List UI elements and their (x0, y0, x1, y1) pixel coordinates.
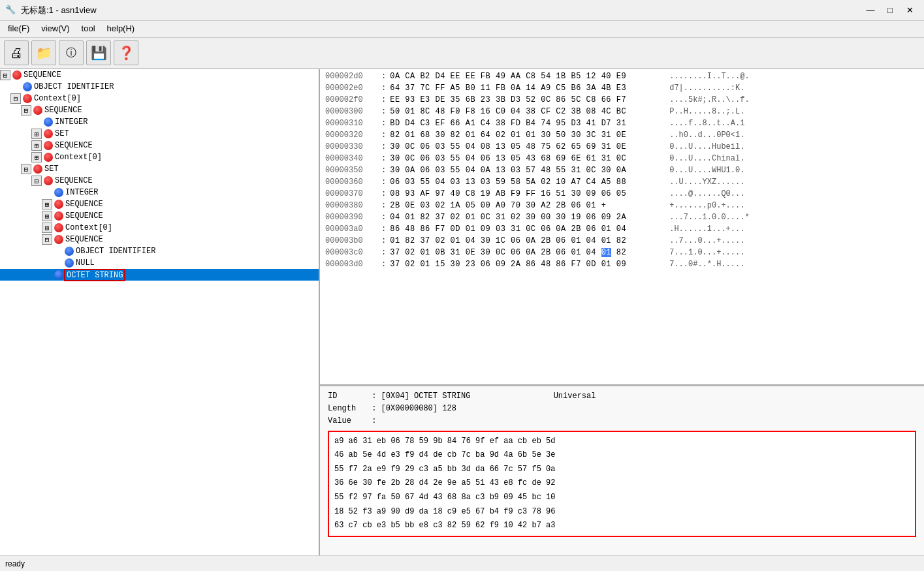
title-bar-title: 无标题:1 - asn1view (21, 5, 97, 16)
tree-expander-seq6[interactable]: ⊞ (42, 211, 52, 221)
hex-ascii: ....@......Q0... (669, 189, 744, 198)
maximize-button[interactable]: □ (881, 3, 899, 18)
tree-item-seq5[interactable]: ⊞SEQUENCE (0, 198, 319, 210)
hex-view[interactable]: 000002d0 : 0A CA B2 D4 EE EE FB 49 AA C8… (320, 69, 924, 386)
tree-icon-oid1 (23, 82, 32, 91)
hex-bytes: 37 02 01 15 30 23 06 09 2A 86 48 86 F7 0… (390, 260, 664, 269)
hex-row[interactable]: 000003a0 : 86 48 86 F7 0D 01 09 03 31 0C… (320, 223, 924, 235)
hex-ascii: ..h0..d...0P0<1. (669, 131, 744, 140)
save-button[interactable]: 💾 (86, 40, 111, 65)
value-data-line: 46 ab 5e 4d e3 f9 d4 de cb 7c ba 9d 4a 6… (334, 448, 910, 463)
menu-view[interactable]: view(V) (36, 22, 74, 36)
length-label: Length (328, 403, 367, 415)
tree-icon-oid2 (65, 247, 74, 256)
tree-icon-int1 (44, 117, 53, 127)
hex-row[interactable]: 00000300 : 50 01 8C 48 F0 F8 16 C0 04 38… (320, 106, 924, 117)
tree-item-ctx0_1[interactable]: ⊟Context[0] (0, 93, 319, 104)
value-data-line: 36 6e 30 fe 2b 28 d4 2e 9e a5 51 43 e8 f… (334, 476, 910, 491)
hex-row[interactable]: 000003d0 : 37 02 01 15 30 23 06 09 2A 86… (320, 258, 924, 270)
tree-expander-seq3[interactable]: ⊞ (31, 140, 42, 151)
hex-row[interactable]: 00000330 : 30 0C 06 03 55 04 08 13 05 48… (320, 141, 924, 153)
tree-expander-seq1[interactable]: ⊟ (0, 70, 10, 80)
hex-bytes: 30 0C 06 03 55 04 06 13 05 43 68 69 6E 6… (390, 154, 664, 163)
value-data-line: 55 f7 2a e9 f9 29 c3 a5 bb 3d da 66 7c 5… (334, 463, 910, 477)
hex-row[interactable]: 00000380 : 2B 0E 03 02 1A 05 00 A0 70 30… (320, 200, 924, 211)
tree-expander-int2[interactable] (42, 187, 52, 198)
length-colon: : (372, 404, 381, 413)
tree-panel[interactable]: ⊟SEQUENCEOBJECT IDENTIFIER⊟Context[0]⊟SE… (0, 69, 320, 555)
tree-item-seq7[interactable]: ⊟SEQUENCE (0, 234, 319, 245)
hex-row[interactable]: 000002f0 : EE 93 E3 DE 35 6B 23 3B D3 52… (320, 94, 924, 106)
tree-label-ctx0_1: Context[0] (34, 94, 81, 103)
tree-expander-ctx0_3[interactable]: ⊞ (42, 223, 52, 233)
tree-expander-int1[interactable] (31, 117, 42, 127)
tree-label-set1: SET (55, 129, 69, 138)
tree-icon-seq7 (54, 235, 63, 244)
tree-item-set1[interactable]: ⊞SET (0, 128, 319, 140)
tree-item-int1[interactable]: INTEGER (0, 116, 319, 128)
tree-item-set2[interactable]: ⊟SET (0, 163, 319, 175)
tree-item-oid2[interactable]: OBJECT IDENTIFIER (0, 245, 319, 257)
tree-expander-oid2[interactable] (52, 246, 63, 256)
info-button[interactable]: ⓘ (59, 40, 84, 65)
hex-row[interactable]: 00000320 : 82 01 68 30 82 01 64 02 01 01… (320, 129, 924, 141)
tree-label-seq5: SEQUENCE (65, 200, 103, 209)
tree-icon-seq6 (54, 211, 63, 221)
tree-item-seq1[interactable]: ⊟SEQUENCE (0, 69, 319, 81)
tree-icon-seq3 (44, 141, 53, 150)
tree-icon-seq1 (12, 70, 22, 80)
tree-item-seq4[interactable]: ⊟SEQUENCE (0, 175, 319, 187)
tree-label-null1: NULL (76, 258, 95, 268)
tree-item-ctx0_2[interactable]: ⊞Context[0] (0, 151, 319, 163)
hex-row[interactable]: 00000360 : 06 03 55 04 03 13 03 59 58 5A… (320, 176, 924, 188)
hex-addr: 00000310 (325, 119, 377, 128)
hex-bytes: BD D4 C3 EF 66 A1 C4 38 FD B4 74 95 D3 4… (390, 119, 664, 128)
tree-item-int2[interactable]: INTEGER (0, 187, 319, 198)
tree-expander-ctx0_1[interactable]: ⊟ (10, 93, 21, 104)
hex-row[interactable]: 00000340 : 30 0C 06 03 55 04 06 13 05 43… (320, 153, 924, 164)
tree-expander-seq7[interactable]: ⊟ (42, 234, 52, 245)
tree-expander-ctx0_2[interactable]: ⊞ (31, 152, 42, 162)
tree-expander-oid1[interactable] (10, 82, 21, 92)
tree-expander-octstr1[interactable] (42, 270, 52, 280)
menu-help[interactable]: help(H) (102, 22, 140, 36)
menu-tool[interactable]: tool (76, 22, 101, 36)
status-bar: ready (0, 555, 924, 571)
minimize-button[interactable]: — (861, 3, 880, 18)
tree-expander-seq4[interactable]: ⊟ (31, 176, 42, 186)
tree-item-ctx0_3[interactable]: ⊞Context[0] (0, 222, 319, 234)
print-button[interactable]: 🖨 (4, 40, 29, 65)
hex-row[interactable]: 00000370 : 08 93 AF 97 40 C8 19 AB F9 FF… (320, 188, 924, 200)
tree-item-seq2[interactable]: ⊟SEQUENCE (0, 104, 319, 116)
tree-expander-set2[interactable]: ⊟ (21, 164, 31, 174)
hex-addr: 00000390 (325, 213, 377, 222)
value-line: Value : (328, 415, 916, 427)
tree-expander-null1[interactable] (52, 258, 63, 268)
tree-item-null1[interactable]: NULL (0, 257, 319, 269)
hex-row[interactable]: 000003b0 : 01 82 37 02 01 04 30 1C 06 0A… (320, 235, 924, 247)
hex-bytes: 08 93 AF 97 40 C8 19 AB F9 FF 16 51 30 0… (390, 189, 664, 198)
hex-row[interactable]: 000003c0 : 37 02 01 0B 31 0E 30 0C 06 0A… (320, 247, 924, 258)
tree-item-oid1[interactable]: OBJECT IDENTIFIER (0, 81, 319, 93)
hex-row[interactable]: 00000310 : BD D4 C3 EF 66 A1 C4 38 FD B4… (320, 117, 924, 129)
tree-item-octstr1[interactable]: OCTET STRING (0, 269, 319, 281)
close-button[interactable]: ✕ (900, 3, 919, 18)
hex-row[interactable]: 000002e0 : 64 37 7C FF A5 B0 11 FB 0A 14… (320, 82, 924, 94)
open-button[interactable]: 📁 (31, 40, 56, 65)
hex-bytes: 64 37 7C FF A5 B0 11 FB 0A 14 A9 C5 B6 3… (390, 84, 664, 93)
hex-row[interactable]: 00000350 : 30 0A 06 03 55 04 0A 13 03 57… (320, 164, 924, 176)
menu-file[interactable]: file(F) (3, 22, 35, 36)
help-button[interactable]: ❓ (114, 40, 138, 65)
value-data-line: 55 f2 97 fa 50 67 4d 43 68 8a c3 b9 09 4… (334, 491, 910, 505)
tree-expander-seq2[interactable]: ⊟ (21, 105, 31, 116)
id-colon: : (372, 392, 381, 401)
hex-ascii: ........I..T...@. (669, 72, 749, 81)
hex-ascii: 7...0#..*.H..... (669, 260, 744, 269)
tree-item-seq6[interactable]: ⊞SEQUENCE (0, 210, 319, 222)
tree-expander-set1[interactable]: ⊞ (31, 129, 42, 139)
tree-item-seq3[interactable]: ⊞SEQUENCE (0, 140, 319, 151)
tree-expander-seq5[interactable]: ⊞ (42, 199, 52, 209)
hex-row[interactable]: 00000390 : 04 01 82 37 02 01 0C 31 02 30… (320, 211, 924, 223)
app-icon: 🔧 (5, 5, 17, 16)
hex-row[interactable]: 000002d0 : 0A CA B2 D4 EE EE FB 49 AA C8… (320, 70, 924, 82)
